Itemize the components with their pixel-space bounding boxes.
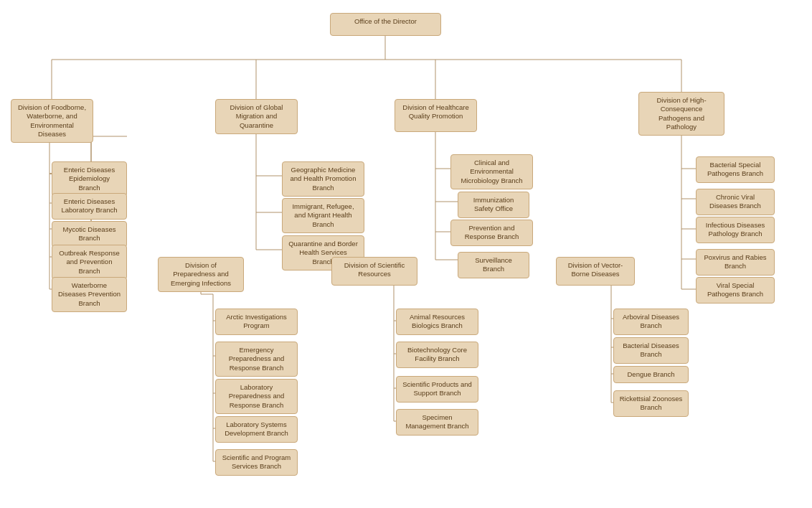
immunization-node: Immunization Safety Office	[458, 192, 529, 218]
bacterial-sp-node: Bacterial Special Pathogens Branch	[696, 156, 775, 183]
surveillance-node: Surveillance Branch	[458, 252, 529, 278]
lab-prep-node: Laboratory Preparedness and Response Bra…	[215, 379, 298, 414]
sci-prog-node: Scientific and Program Services Branch	[215, 449, 298, 476]
div-prep-node: Division of Preparedness and Emerging In…	[158, 257, 244, 292]
enteric-epi-node: Enteric Diseases Epidemiology Branch	[52, 161, 127, 197]
div-foodborne-node: Division of Foodborne, Waterborne, and E…	[11, 99, 93, 143]
specimen-node: Specimen Management Branch	[396, 409, 478, 436]
org-chart: Office of the DirectorDivision of Foodbo…	[0, 0, 812, 508]
div-sci-node: Division of Scientific Resources	[331, 257, 417, 286]
enteric-lab-node: Enteric Diseases Laboratory Branch	[52, 193, 127, 220]
sci-prod-node: Scientific Products and Support Branch	[396, 376, 478, 403]
geo-med-node: Geographic Medicine and Health Promotion…	[282, 161, 364, 197]
viral-sp-node: Viral Special Pathogens Branch	[696, 277, 775, 304]
clinical-env-node: Clinical and Environmental Microbiology …	[450, 154, 533, 189]
office-director-node: Office of the Director	[330, 13, 441, 36]
immigrant-node: Immigrant, Refugee, and Migrant Health B…	[282, 198, 364, 233]
arctic-node: Arctic Investigations Program	[215, 309, 298, 335]
poxvirus-node: Poxvirus and Rabies Branch	[696, 249, 775, 276]
outbreak-node: Outbreak Response and Prevention Branch	[52, 245, 127, 280]
biotech-node: Biotechnology Core Facility Branch	[396, 342, 478, 368]
div-global-node: Division of Global Migration and Quarant…	[215, 99, 298, 134]
bacterial-dis-node: Bacterial Diseases Branch	[613, 337, 689, 364]
infectious-path-node: Infectious Diseases Pathology Branch	[696, 217, 775, 243]
div-vector-node: Division of Vector-Borne Diseases	[556, 257, 635, 286]
waterborne-node: Waterborne Diseases Prevention Branch	[52, 277, 127, 312]
prev-response-node: Prevention and Response Branch	[450, 220, 533, 246]
emergency-prep-node: Emergency Preparedness and Response Bran…	[215, 342, 298, 377]
div-high-node: Division of High-Consequence Pathogens a…	[638, 92, 724, 136]
animal-res-node: Animal Resources Biologics Branch	[396, 309, 478, 335]
div-healthcare-node: Division of Healthcare Quality Promotion	[395, 99, 477, 132]
mycotic-node: Mycotic Diseases Branch	[52, 221, 127, 248]
chronic-viral-node: Chronic Viral Diseases Branch	[696, 189, 775, 215]
rickettsial-node: Rickettsial Zoonoses Branch	[613, 390, 689, 417]
lab-sys-node: Laboratory Systems Development Branch	[215, 416, 298, 443]
arboviral-node: Arboviral Diseases Branch	[613, 309, 689, 335]
dengue-node: Dengue Branch	[613, 366, 689, 383]
